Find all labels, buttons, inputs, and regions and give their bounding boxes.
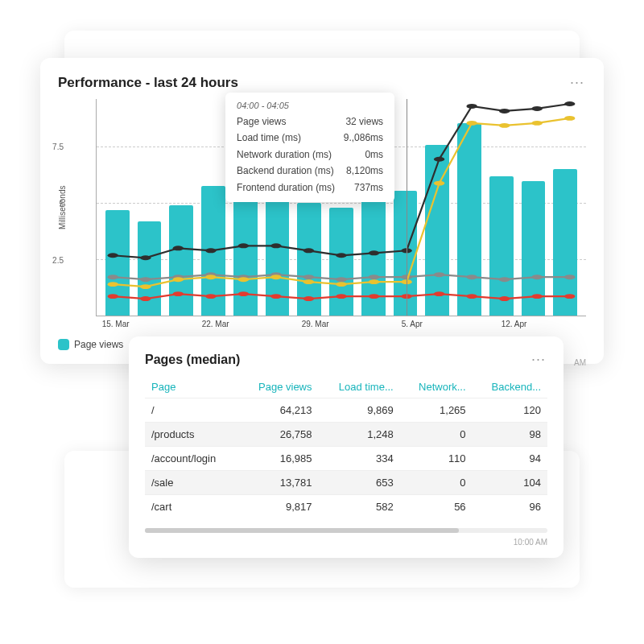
data-point[interactable] xyxy=(173,246,184,250)
data-point[interactable] xyxy=(270,275,281,279)
data-point[interactable] xyxy=(434,272,444,277)
x-tick: 12. Apr xyxy=(502,320,527,328)
data-point[interactable] xyxy=(108,282,118,287)
data-point[interactable] xyxy=(108,253,118,258)
data-point[interactable] xyxy=(270,243,281,248)
cell: 96 xyxy=(473,495,547,519)
table-row[interactable]: /sale13,7816530104 xyxy=(145,471,547,495)
card-timestamp: 10:00 AM xyxy=(145,538,547,547)
table-row[interactable]: /64,2139,8691,265120 xyxy=(145,398,547,423)
table-row[interactable]: /cart9,8175825696 xyxy=(145,495,547,519)
data-point[interactable] xyxy=(434,157,444,162)
chart-tooltip: 04:00 - 04:05 Page views32 viewsLoad tim… xyxy=(225,93,394,202)
data-point[interactable] xyxy=(532,121,543,126)
table-row[interactable]: /account/login16,98533411094 xyxy=(145,447,547,471)
data-point[interactable] xyxy=(205,248,216,253)
data-point[interactable] xyxy=(336,294,346,299)
data-point[interactable] xyxy=(336,253,346,258)
data-point[interactable] xyxy=(564,116,575,121)
data-point[interactable] xyxy=(434,291,444,296)
horizontal-scrollbar[interactable] xyxy=(145,528,547,533)
cell: 13,781 xyxy=(238,471,318,495)
table-row[interactable]: /products26,7581,248098 xyxy=(145,423,547,447)
cell: 334 xyxy=(319,447,400,471)
data-point[interactable] xyxy=(369,279,379,284)
data-point[interactable] xyxy=(564,275,575,279)
cell: / xyxy=(145,398,238,423)
more-icon[interactable]: ··· xyxy=(531,351,547,368)
data-point[interactable] xyxy=(303,296,314,301)
data-point[interactable] xyxy=(532,106,543,111)
cell: 1,248 xyxy=(319,423,400,447)
cell: 26,758 xyxy=(238,423,318,447)
tooltip-row: Network duration (ms)0ms xyxy=(237,147,383,163)
cell: 98 xyxy=(473,423,547,447)
scrollbar-thumb[interactable] xyxy=(145,528,459,533)
column-header[interactable]: Page xyxy=(145,376,238,398)
hover-line xyxy=(407,99,407,316)
cell: 1,265 xyxy=(400,398,473,423)
data-point[interactable] xyxy=(173,291,184,296)
data-point[interactable] xyxy=(532,275,543,279)
data-point[interactable] xyxy=(303,279,314,284)
data-point[interactable] xyxy=(336,277,346,282)
data-point[interactable] xyxy=(140,255,151,260)
data-point[interactable] xyxy=(499,109,510,114)
more-icon[interactable]: ··· xyxy=(570,74,586,91)
cell: 64,213 xyxy=(238,398,318,423)
data-point[interactable] xyxy=(466,275,477,279)
cell: 120 xyxy=(473,398,547,423)
data-point[interactable] xyxy=(499,296,510,301)
column-header[interactable]: Network... xyxy=(400,376,473,398)
column-header[interactable]: Backend... xyxy=(473,376,547,398)
cell: 56 xyxy=(400,495,473,519)
data-point[interactable] xyxy=(140,296,151,301)
data-point[interactable] xyxy=(466,121,477,126)
y-tick: 7.5 xyxy=(39,142,64,151)
data-point[interactable] xyxy=(466,104,477,109)
data-point[interactable] xyxy=(108,294,118,299)
cell: 9,869 xyxy=(319,398,400,423)
x-tick: 29. Mar xyxy=(302,320,329,328)
data-point[interactable] xyxy=(140,284,151,289)
data-point[interactable] xyxy=(466,294,477,299)
data-point[interactable] xyxy=(434,181,444,186)
tooltip-row: Frontend duration (ms)737ms xyxy=(237,180,383,196)
pages-card: Pages (median) ··· PagePage viewsLoad ti… xyxy=(129,336,564,558)
data-point[interactable] xyxy=(564,294,575,299)
data-point[interactable] xyxy=(270,294,281,299)
data-point[interactable] xyxy=(336,282,346,287)
column-header[interactable]: Load time... xyxy=(319,376,400,398)
tooltip-row: Load time (ms)9.,086ms xyxy=(237,130,383,146)
data-point[interactable] xyxy=(238,243,249,248)
data-point[interactable] xyxy=(205,294,216,299)
data-point[interactable] xyxy=(369,275,379,279)
pages-table: PagePage viewsLoad time...Network...Back… xyxy=(145,376,547,518)
data-point[interactable] xyxy=(173,277,184,282)
data-point[interactable] xyxy=(499,277,510,282)
data-point[interactable] xyxy=(499,123,510,128)
data-point[interactable] xyxy=(140,277,151,282)
cell: 0 xyxy=(400,471,473,495)
data-point[interactable] xyxy=(238,277,249,282)
cell: 104 xyxy=(473,471,547,495)
cell: 0 xyxy=(400,423,473,447)
legend-swatch xyxy=(58,339,69,350)
performance-chart[interactable]: Milliseconds 7.5 5 2.5 04:00 - 04:05 Pag… xyxy=(58,99,586,316)
column-header[interactable]: Page views xyxy=(238,376,318,398)
cell: 9,817 xyxy=(238,495,318,519)
y-tick: 2.5 xyxy=(39,255,64,264)
data-point[interactable] xyxy=(564,101,575,106)
card-timestamp: AM xyxy=(574,358,586,367)
cell: /cart xyxy=(145,495,238,519)
data-point[interactable] xyxy=(532,294,543,299)
data-point[interactable] xyxy=(108,275,118,279)
x-tick: 15. Mar xyxy=(102,320,130,328)
x-tick: 22. Mar xyxy=(202,320,229,328)
data-point[interactable] xyxy=(369,250,379,255)
data-point[interactable] xyxy=(303,275,314,279)
data-point[interactable] xyxy=(238,291,249,296)
data-point[interactable] xyxy=(205,275,216,279)
data-point[interactable] xyxy=(303,248,314,253)
data-point[interactable] xyxy=(369,294,379,299)
